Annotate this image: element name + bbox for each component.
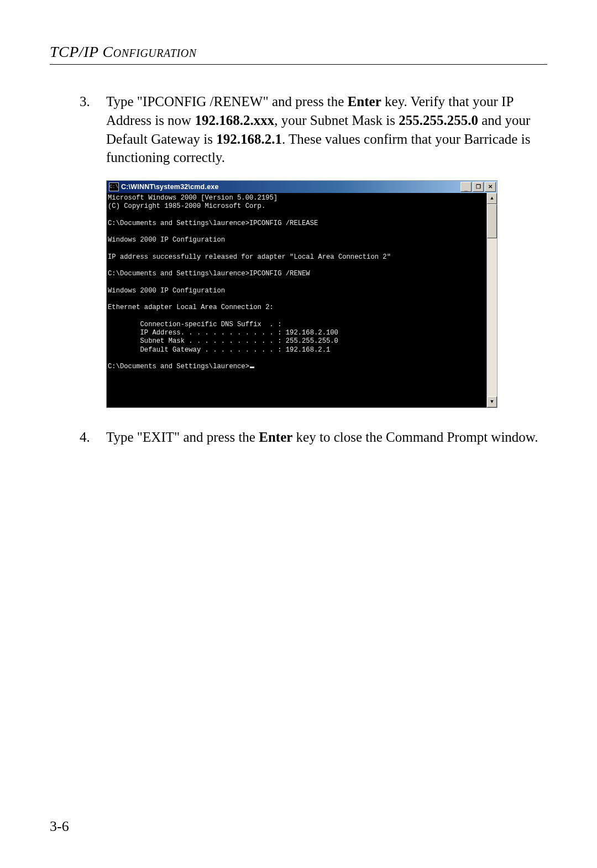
window-buttons: _ ❐ ✕ [460,182,496,192]
step-3-bold1: Enter [348,94,381,109]
step-4-bold1: Enter [259,430,292,445]
scroll-down-button[interactable]: ▼ [487,396,497,407]
step-3-number: 3. [80,92,106,167]
step-4: 4. Type "EXIT" and press the Enter key t… [80,428,547,447]
page-header: TCP/IP Configuration [50,43,547,61]
minimize-button[interactable]: _ [460,182,472,192]
step-3-bold3: 255.255.255.0 [399,113,478,128]
cmd-titlebar[interactable]: C:\ C:\WINNT\system32\cmd.exe _ ❐ ✕ [107,181,497,193]
step-3: 3. Type "IPCONFIG /RENEW" and press the … [80,92,547,167]
maximize-button[interactable]: ❐ [473,182,484,192]
step-3-bold2: 192.168.2.xxx [195,113,274,128]
cmd-output[interactable]: Microsoft Windows 2000 [Version 5.00.219… [107,193,486,407]
scroll-track[interactable] [487,238,497,396]
cmd-line-01: Microsoft Windows 2000 [Version 5.00.219… [108,194,277,202]
cmd-line-08: IP address successfully released for ada… [108,253,391,261]
cmd-line-16: Connection-specific DNS Suffix . : [108,321,282,328]
header-prefix: TCP/IP [50,43,103,60]
document-page: TCP/IP Configuration 3. Type "IPCONFIG /… [0,0,597,868]
header-rule [50,64,547,65]
step-4-t2: key to close the Command Prompt window. [292,430,538,445]
cmd-client-area: Microsoft Windows 2000 [Version 5.00.219… [107,193,497,407]
step-4-text: Type "EXIT" and press the Enter key to c… [106,428,547,447]
arrow-up-icon: ▲ [490,195,493,202]
cmd-cursor [250,367,254,368]
cmd-line-06: Windows 2000 IP Configuration [108,236,225,244]
close-icon: ✕ [488,184,493,190]
step-4-t1: Type "EXIT" and press the [106,430,259,445]
cmd-line-12: Windows 2000 IP Configuration [108,287,225,295]
maximize-icon: ❐ [476,184,481,190]
step-4-number: 4. [80,428,106,447]
cmd-line-21: C:\Documents and Settings\laurence> [108,363,249,370]
cmd-line-17: IP Address. . . . . . . . . . . . : 192.… [108,329,338,337]
cmd-title-text: C:\WINNT\system32\cmd.exe [121,182,460,192]
command-prompt-window: C:\ C:\WINNT\system32\cmd.exe _ ❐ ✕ Micr… [106,180,498,408]
step-3-bold4: 192.168.2.1 [216,132,282,147]
step-3-t1: Type "IPCONFIG /RENEW" and press the [106,94,348,109]
page-number: 3-6 [50,818,69,835]
arrow-down-icon: ▼ [490,399,493,405]
cmd-line-14: Ethernet adapter Local Area Connection 2… [108,304,274,311]
scroll-up-button[interactable]: ▲ [487,193,497,204]
header-smallcaps: Configuration [103,43,197,60]
cmd-line-04: C:\Documents and Settings\laurence>IPCON… [108,219,318,227]
cmd-line-19: Default Gateway . . . . . . . . . : 192.… [108,346,330,354]
cmd-line-02: (C) Copyright 1985-2000 Microsoft Corp. [108,202,265,210]
scroll-thumb[interactable] [487,204,497,238]
close-button[interactable]: ✕ [485,182,496,192]
step-3-text: Type "IPCONFIG /RENEW" and press the Ent… [106,92,547,167]
cmd-scrollbar[interactable]: ▲ ▼ [486,193,497,407]
body-content: 3. Type "IPCONFIG /RENEW" and press the … [50,92,547,447]
cmd-line-18: Subnet Mask . . . . . . . . . . . : 255.… [108,337,338,345]
cmd-app-icon: C:\ [109,182,119,191]
step-3-t3: , your Subnet Mask is [274,113,399,128]
cmd-line-10: C:\Documents and Settings\laurence>IPCON… [108,270,310,278]
minimize-icon: _ [464,186,468,191]
